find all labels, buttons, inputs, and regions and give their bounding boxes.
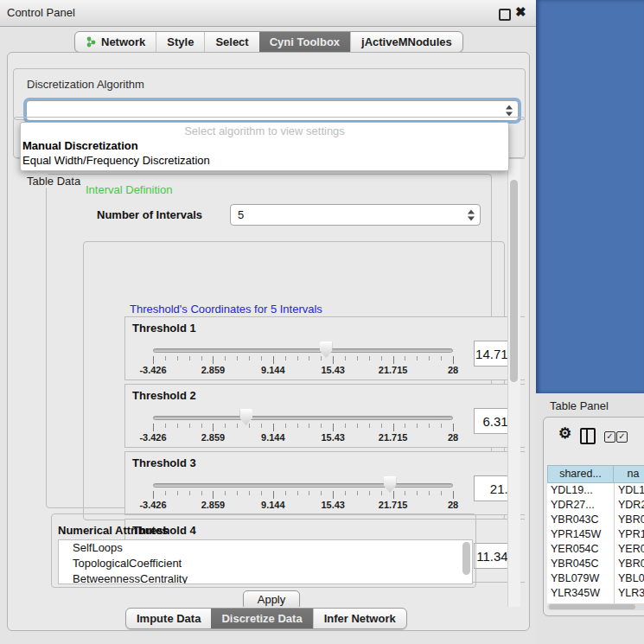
scrollbar-thumb[interactable] xyxy=(510,180,518,382)
tick-label: 15.43 xyxy=(321,432,345,443)
table-panel-title: Table Panel xyxy=(550,399,609,412)
tick-label: 9.144 xyxy=(261,365,285,375)
tick-label: 15.43 xyxy=(321,365,345,375)
discretization-algorithm-group: Discretization Algorithm xyxy=(13,68,526,120)
attribute-item-topologicalcoefficient[interactable]: TopologicalCoefficient xyxy=(59,556,472,571)
table-cell: YLR3 xyxy=(614,586,644,601)
slider-tick-labels: -3.4262.8599.14415.4321.71528 xyxy=(153,500,453,511)
slider-track[interactable] xyxy=(153,348,453,353)
table-row[interactable]: YDR27... YDR2 xyxy=(547,498,644,513)
scrollbar-thumb[interactable] xyxy=(549,604,635,609)
apply-button[interactable]: Apply xyxy=(243,590,300,607)
table-cell: YDR2 xyxy=(614,498,644,513)
interval-definition-group: Interval Definition Number of Intervals … xyxy=(46,174,492,508)
checkbox-icon[interactable]: ✓ xyxy=(604,431,615,443)
list-scrollbar[interactable] xyxy=(462,542,470,575)
stepper-arrows-icon xyxy=(506,105,513,117)
checkbox-icon[interactable]: ✓ xyxy=(616,431,628,443)
table-row[interactable]: YLR345W YLR3 xyxy=(547,586,644,601)
bottom-tabbar: Impute Data Discretize Data Infer Networ… xyxy=(125,608,407,629)
group-title: Table Data xyxy=(24,175,83,188)
tab-label: Style xyxy=(167,35,194,48)
table-cell: YBL079W xyxy=(547,571,614,586)
column-header-shared-name[interactable]: shared... xyxy=(547,465,614,483)
tick-label: 9.144 xyxy=(261,500,285,510)
table-cell: YER054C xyxy=(547,542,614,557)
panel-scrollbar[interactable] xyxy=(507,159,520,607)
table-row[interactable]: YER054C YER0 xyxy=(547,542,644,557)
table-body: YDL19... YDL1 YDR27... YDR2 YBR043C YBR0… xyxy=(547,483,644,603)
control-panel-titlebar: Control Panel ✖ xyxy=(0,0,536,27)
tab-label: Network xyxy=(101,35,145,48)
table-row[interactable]: YPR145W YPR1 xyxy=(547,527,644,542)
tab-network[interactable]: Network xyxy=(75,32,156,52)
combobox-value: 5 xyxy=(238,208,244,221)
tick-label: -3.426 xyxy=(139,432,166,443)
table-cell: YDR27... xyxy=(547,498,614,513)
table-panel-region: Table Panel ⚙ ✓ ✓ shared... na YDL19... … xyxy=(536,393,644,644)
columns-icon[interactable] xyxy=(580,428,596,444)
algorithm-dropdown-popup: Select algorithm to view settings Manual… xyxy=(20,122,509,171)
slider-tick-labels: -3.4262.8599.14415.4321.71528 xyxy=(153,365,453,376)
threshold-row-1: Threshold 1 -3.4262.8599.14415.4321.7152… xyxy=(124,316,525,380)
dropdown-option-manual-discretization[interactable]: Manual Discretization xyxy=(22,139,138,152)
network-window-frame: GAL80 GA C GAL11 GAL4 GCY1 H HAP2 xyxy=(536,0,644,393)
table-header: shared... na xyxy=(547,465,644,483)
network-icon xyxy=(86,35,97,48)
slider-ticks xyxy=(153,424,454,431)
tab-impute-data[interactable]: Impute Data xyxy=(126,609,211,628)
tick-label: 21.715 xyxy=(379,500,408,510)
gear-icon[interactable]: ⚙ xyxy=(558,426,571,442)
column-header-name[interactable]: na xyxy=(614,465,644,483)
table-row[interactable]: YBR045C YBR0 xyxy=(547,557,644,571)
slider-track[interactable] xyxy=(153,416,453,420)
threshold-row-2: Threshold 2 -3.4262.8599.14415.4321.7152… xyxy=(124,384,525,448)
table-row[interactable]: YBR043C YBR0 xyxy=(547,513,644,527)
slider-tick-labels: -3.4262.8599.14415.4321.71528 xyxy=(153,432,453,443)
attribute-item-betweennesscentrality[interactable]: BetweennessCentrality xyxy=(59,571,472,584)
number-of-intervals-combobox[interactable]: 5 xyxy=(230,204,481,226)
threshold-slider[interactable]: -3.4262.8599.14415.4321.71528 xyxy=(153,317,453,379)
tick-label: -3.426 xyxy=(139,500,166,510)
tab-jactivemnodules[interactable]: jActiveMNodules xyxy=(350,32,462,52)
slider-track[interactable] xyxy=(153,483,453,488)
table-hscrollbar[interactable] xyxy=(547,603,644,610)
tab-style[interactable]: Style xyxy=(156,32,204,52)
threshold-slider[interactable]: -3.4262.8599.14415.4321.71528 xyxy=(153,385,453,447)
table-row[interactable]: YBL079W YBL0 xyxy=(547,571,644,586)
close-icon[interactable]: ✖ xyxy=(515,4,526,20)
numerical-attributes-label: Numerical Attributes xyxy=(58,524,168,537)
top-tabbar: Network Style Select Cyni Toolbox jActiv… xyxy=(74,31,463,53)
threshold-slider[interactable]: -3.4262.8599.14415.4321.71528 xyxy=(153,452,453,514)
group-title: Discretization Algorithm xyxy=(24,78,147,91)
threshold-row-3: Threshold 3 -3.4262.8599.14415.4321.7152… xyxy=(124,451,525,515)
tab-label: Infer Network xyxy=(324,612,396,625)
attribute-item-selfloops[interactable]: SelfLoops xyxy=(59,540,472,556)
tick-label: 2.859 xyxy=(201,365,226,375)
panel-title: Control Panel xyxy=(7,0,75,26)
tab-label: Impute Data xyxy=(137,612,201,625)
tab-label: Select xyxy=(215,35,248,48)
numerical-attributes-list[interactable]: SelfLoopsTopologicalCoefficientBetweenne… xyxy=(58,539,473,584)
table-row[interactable]: YDL19... YDL1 xyxy=(547,483,644,498)
group-title: Threshold's Coordinates for 5 Intervals xyxy=(127,303,325,316)
float-window-icon[interactable] xyxy=(499,9,511,21)
table-cell: YBR0 xyxy=(614,557,644,571)
tab-select[interactable]: Select xyxy=(204,32,258,52)
control-panel: Control Panel ✖ Network Style Select Cyn… xyxy=(0,0,536,644)
tab-cyni-toolbox[interactable]: Cyni Toolbox xyxy=(259,32,350,52)
settings-scroll-viewport: Interval Definition Number of Intervals … xyxy=(16,158,525,607)
group-title: Interval Definition xyxy=(83,183,175,196)
tick-label: 2.859 xyxy=(201,432,226,443)
tick-label: 15.43 xyxy=(321,500,345,510)
dropdown-option-equal-width-frequency[interactable]: Equal Width/Frequency Discretization xyxy=(22,154,210,167)
tab-label: Cyni Toolbox xyxy=(270,35,340,48)
tab-infer-network[interactable]: Infer Network xyxy=(313,609,406,628)
table-cell: YBR045C xyxy=(547,557,614,571)
tick-label: 21.715 xyxy=(379,365,408,375)
table-cell: YPR145W xyxy=(547,527,614,542)
table-panel: ⚙ ✓ ✓ shared... na YDL19... YDL1 YDR27..… xyxy=(543,417,644,616)
tab-discretize-data[interactable]: Discretize Data xyxy=(211,609,312,628)
tick-label: 28 xyxy=(448,432,458,443)
tick-label: 28 xyxy=(448,500,458,510)
